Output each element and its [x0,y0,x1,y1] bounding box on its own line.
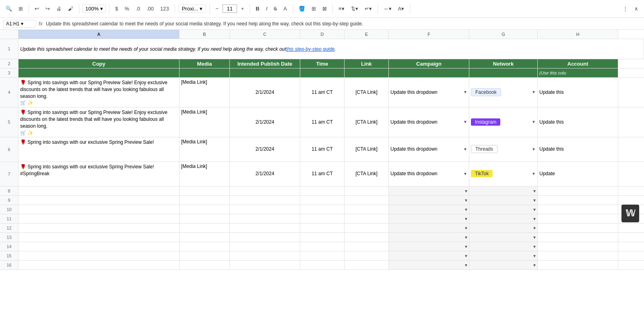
cell-7-network[interactable]: TikTok ▼ [469,162,538,186]
row-2-headers: 2 Copy Media Intended Publish Date Time … [0,59,644,68]
zoom-control[interactable]: 100% ▾ [83,4,106,13]
undo-button[interactable]: ↩ [32,4,41,13]
info-text-period: . [334,46,336,52]
dropdown-arrow-icon: ▼ [463,120,467,124]
decimal-increase-button[interactable]: .00 [144,4,156,13]
paint-format-button[interactable]: 🖌 [66,4,76,13]
strikethrough-button[interactable]: S̶ [271,4,279,13]
cell-5-time[interactable]: 11 am CT [300,108,345,137]
col-header-d[interactable]: D [300,30,345,39]
collapse-toolbar-button[interactable]: ∧ [632,4,641,13]
cell-7-link[interactable]: [CTA Link] [345,162,389,186]
table-row: 15 ▼ ▼ [0,251,644,261]
campaign-dropdown-4[interactable]: Update this dropdown ▼ [390,89,467,95]
dropdown-arrow-icon: ▼ [464,226,468,230]
campaign-dropdown-7[interactable]: Update this dropdown ▼ [390,171,467,176]
step-by-step-link[interactable]: this step-by-step guide [286,46,335,52]
cell-4-media[interactable]: [Media Link] [180,78,230,107]
cell-7-copy[interactable]: 🌹 Spring into savings with our exclusive… [19,162,180,186]
redo-button[interactable]: ↪ [43,4,52,13]
font-name-selector[interactable]: Proxi... ▾ [178,4,206,13]
col-header-f[interactable]: F [389,30,469,39]
cell-7-date[interactable]: 2/1/2024 [230,162,300,186]
cell-5-media[interactable]: [Media Link] [180,108,230,137]
col-header-e[interactable]: E [345,30,389,39]
cell-5-link[interactable]: [CTA Link] [345,108,389,137]
cell-6-link[interactable]: [CTA Link] [345,137,389,162]
cell-5-account[interactable]: Update this [538,108,618,137]
col-header-b[interactable]: B [180,30,230,39]
row-num-7: 7 [0,162,19,186]
table-row: 14 ▼ ▼ [0,242,644,251]
font-size-increase-button[interactable]: + [239,4,247,13]
text-color-button[interactable]: A [281,4,289,13]
cell-5-campaign[interactable]: Update this dropdown ▼ [389,108,469,137]
row-num-14: 14 [0,242,19,251]
cell-5-network[interactable]: Instagram ▼ [469,108,538,137]
bold-button[interactable]: B [253,4,262,13]
campaign-dropdown-6[interactable]: Update this dropdown ▼ [390,146,467,152]
cell-6-date[interactable]: 2/1/2024 [230,137,300,162]
col-header-h[interactable]: H [538,30,618,39]
percent-button[interactable]: % [122,4,132,13]
dropdown-arrow-icon: ▼ [463,172,467,176]
col-header-g[interactable]: G [469,30,538,39]
more-options-button[interactable]: ⋮ [620,4,630,13]
cell-6-account[interactable]: Update this [538,137,618,162]
currency-button[interactable]: $ [113,4,120,13]
subheader-e [345,68,389,77]
col-header-c[interactable]: C [230,30,300,39]
decimal-decrease-button[interactable]: .0 [133,4,142,13]
text-direction-button[interactable]: ↔▾ [381,4,394,13]
network-dropdown-4[interactable]: Facebook ▼ [471,88,536,96]
cell-7-media[interactable]: [Media Link] [180,162,230,186]
search-button[interactable]: 🔍 [3,4,14,13]
font-size-decrease-button[interactable]: − [213,4,221,13]
cell-4-account[interactable]: Update this [538,78,618,107]
network-badge-5: Instagram [471,118,500,126]
network-dropdown-7[interactable]: TikTok ▼ [471,170,536,177]
cell-4-date[interactable]: 2/1/2024 [230,78,300,107]
dropdown-arrow-icon: ▼ [463,90,467,94]
highlight-button[interactable]: 🪣 [296,4,308,13]
network-dropdown-5[interactable]: Instagram ▼ [471,118,536,126]
cell-6-media[interactable]: [Media Link] [180,137,230,162]
cell-4-link[interactable]: [CTA Link] [345,78,389,107]
borders-button[interactable]: ⊞ [309,4,318,13]
cell-6-copy[interactable]: 🌹 Spring into savings with our exclusive… [19,137,180,162]
separator-3 [109,4,109,14]
col-header-a[interactable]: A [19,30,180,39]
campaign-dropdown-5[interactable]: Update this dropdown ▼ [390,119,467,125]
print-button[interactable]: 🖨 [54,4,64,13]
cell-4-network[interactable]: Facebook ▼ [469,78,538,107]
font-color2-button[interactable]: A▾ [396,4,407,13]
sheets-button[interactable]: ⊞ [16,4,25,13]
merge-button[interactable]: ⊠ [320,4,329,13]
align-button[interactable]: ≡▾ [336,4,347,13]
cell-7-campaign[interactable]: Update this dropdown ▼ [389,162,469,186]
cell-reference-box[interactable]: A1:H1 ▾ [3,20,35,28]
cell-7-account[interactable]: Update [538,162,618,186]
cell-5-copy[interactable]: 🌹 Spring into savings with our Spring Pr… [19,108,180,137]
italic-button[interactable]: I [264,4,270,13]
cell-6-network[interactable]: Threads ▼ [469,137,538,162]
fx-label: fx [39,21,43,27]
cell-4-copy[interactable]: 🌹 Spring into savings with our Spring Pr… [19,78,180,107]
cell-4-time[interactable]: 11 am CT [300,78,345,107]
dropdown-arrow-icon: ▼ [464,244,468,249]
row-num-9: 9 [0,196,19,205]
cell-6-campaign[interactable]: Update this dropdown ▼ [389,137,469,162]
cell-5-date[interactable]: 2/1/2024 [230,108,300,137]
cell-4-campaign[interactable]: Update this dropdown ▼ [389,78,469,107]
header-time: Time [300,59,345,68]
separator-7 [293,4,293,14]
font-size-input[interactable]: 11 [223,4,237,13]
cell-6-time[interactable]: 11 am CT [300,137,345,162]
cell-7-time[interactable]: 11 am CT [300,162,345,186]
number-format-button[interactable]: 123 [158,4,171,13]
network-dropdown-arrow-icon: ▼ [532,90,536,94]
wrap-button[interactable]: ↵▾ [362,4,374,13]
formula-content: Update this spreadsheet calendar to meet… [46,21,641,27]
valign-button[interactable]: ⇅▾ [349,4,361,13]
network-dropdown-6[interactable]: Threads ▼ [471,145,536,153]
